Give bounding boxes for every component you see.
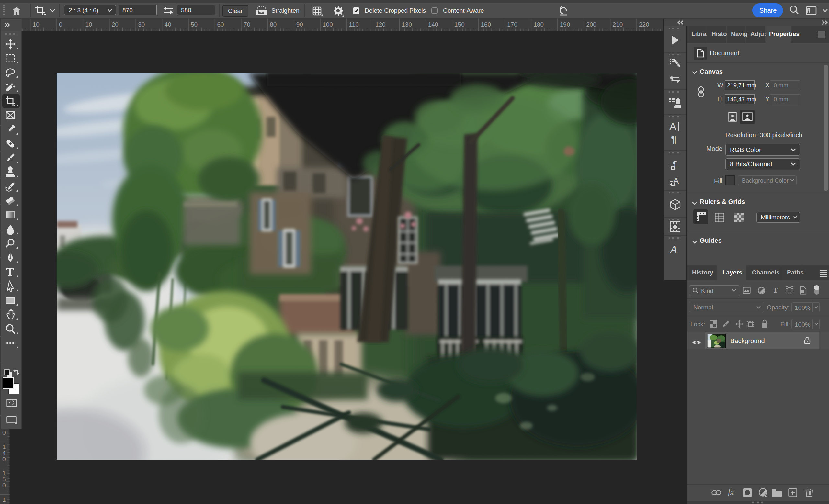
svg-text:4: 4 [2,450,6,456]
svg-text:0: 0 [59,21,63,28]
svg-text:¶: ¶ [671,134,677,145]
svg-text:130: 130 [402,21,412,28]
svg-text:30: 30 [138,21,145,28]
svg-text:20: 20 [112,21,118,28]
svg-text:150: 150 [454,21,465,28]
svg-text:170: 170 [507,21,517,28]
svg-text:1: 1 [2,443,6,450]
svg-text:50: 50 [191,21,197,28]
svg-text:80: 80 [270,21,277,28]
svg-text:70: 70 [244,21,250,28]
svg-text:1: 1 [2,496,6,503]
svg-text:110: 110 [349,21,359,28]
svg-text:210: 210 [613,21,623,28]
svg-text:0: 0 [2,429,6,436]
svg-text:180: 180 [533,21,544,28]
svg-text:220: 220 [639,21,649,28]
svg-text:10: 10 [85,21,92,28]
svg-text:190: 190 [560,21,570,28]
svg-text:10: 10 [33,21,39,28]
svg-text:A: A [669,121,677,132]
svg-text:200: 200 [586,21,597,28]
svg-text:5: 5 [2,476,6,482]
svg-text:160: 160 [481,21,491,28]
svg-text:0: 0 [2,482,6,489]
svg-text:1: 1 [2,470,6,476]
svg-text:140: 140 [428,21,438,28]
svg-text:60: 60 [217,21,224,28]
svg-text:120: 120 [375,21,386,28]
svg-text:90: 90 [296,21,303,28]
svg-text:0: 0 [2,456,6,463]
svg-text:40: 40 [165,21,171,28]
svg-text:A: A [669,244,678,256]
svg-text:100: 100 [323,21,333,28]
svg-text:6: 6 [2,502,6,504]
